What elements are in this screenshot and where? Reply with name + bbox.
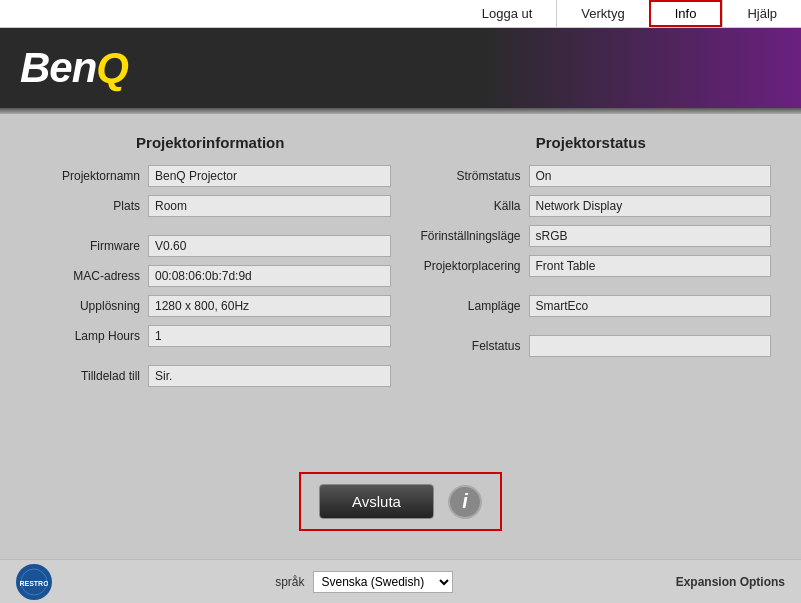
- value-mac: 00:08:06:0b:7d:9d: [148, 265, 391, 287]
- label-tilldelad: Tilldelad till: [30, 369, 140, 383]
- footer-center: språk Svenska (Swedish) English: [52, 571, 676, 593]
- label-lamplage: Lampläge: [411, 299, 521, 313]
- field-tilldelad: Tilldelad till Sir.: [30, 365, 391, 387]
- label-mac: MAC-adress: [30, 269, 140, 283]
- label-plats: Plats: [30, 199, 140, 213]
- info-icon-button[interactable]: i: [448, 485, 482, 519]
- avsluta-button[interactable]: Avsluta: [319, 484, 434, 519]
- field-mac: MAC-adress 00:08:06:0b:7d:9d: [30, 265, 391, 287]
- value-lamplage: SmartEco: [529, 295, 772, 317]
- label-lamp-hours: Lamp Hours: [30, 329, 140, 343]
- field-lamplage: Lampläge SmartEco: [411, 295, 772, 317]
- logo-ben: Ben: [20, 44, 96, 91]
- label-upplösning: Upplösning: [30, 299, 140, 313]
- button-wrapper: Avsluta i: [299, 472, 502, 531]
- field-lamp-hours: Lamp Hours 1: [30, 325, 391, 347]
- field-plats: Plats Room: [30, 195, 391, 217]
- label-forinst: Förinställningsläge: [411, 229, 521, 243]
- nav-verktyg[interactable]: Verktyg: [556, 0, 648, 27]
- field-forinst: Förinställningsläge sRGB: [411, 225, 772, 247]
- nav-logga-ut[interactable]: Logga ut: [458, 0, 557, 27]
- lang-label: språk: [275, 575, 304, 589]
- value-kalla: Network Display: [529, 195, 772, 217]
- field-felstatus: Felstatus: [411, 335, 772, 357]
- footer: CRESTRON språk Svenska (Swedish) English…: [0, 559, 801, 603]
- expansion-options: Expansion Options: [676, 575, 785, 589]
- value-stromstatus: On: [529, 165, 772, 187]
- value-felstatus: [529, 335, 772, 357]
- value-placering: Front Table: [529, 255, 772, 277]
- value-forinst: sRGB: [529, 225, 772, 247]
- projector-info-title: Projektorinformation: [30, 134, 391, 151]
- logo-q: Q: [96, 44, 128, 91]
- button-area: Avsluta i: [30, 472, 771, 531]
- logo: BenQ: [20, 44, 128, 92]
- field-stromstatus: Strömstatus On: [411, 165, 772, 187]
- label-firmware: Firmware: [30, 239, 140, 253]
- label-stromstatus: Strömstatus: [411, 169, 521, 183]
- value-firmware: V0.60: [148, 235, 391, 257]
- field-placering: Projektorplacering Front Table: [411, 255, 772, 277]
- field-kalla: Källa Network Display: [411, 195, 772, 217]
- projector-status-panel: Projektorstatus Strömstatus On Källa Net…: [411, 134, 772, 456]
- value-tilldelad: Sir.: [148, 365, 391, 387]
- projector-info-panel: Projektorinformation Projektornamn BenQ …: [30, 134, 391, 456]
- main-content: Projektorinformation Projektornamn BenQ …: [0, 114, 801, 559]
- top-nav: Logga ut Verktyg Info Hjälp: [0, 0, 801, 28]
- label-kalla: Källa: [411, 199, 521, 213]
- crestron-logo: CRESTRON: [16, 564, 52, 600]
- label-felstatus: Felstatus: [411, 339, 521, 353]
- field-projektornamn: Projektornamn BenQ Projector: [30, 165, 391, 187]
- nav-info[interactable]: Info: [649, 0, 723, 27]
- field-firmware: Firmware V0.60: [30, 235, 391, 257]
- info-panels: Projektorinformation Projektornamn BenQ …: [30, 134, 771, 456]
- value-projektornamn: BenQ Projector: [148, 165, 391, 187]
- field-upplösning: Upplösning 1280 x 800, 60Hz: [30, 295, 391, 317]
- language-select[interactable]: Svenska (Swedish) English: [313, 571, 453, 593]
- header: BenQ: [0, 28, 801, 108]
- svg-text:CRESTRON: CRESTRON: [20, 580, 48, 587]
- label-projektornamn: Projektornamn: [30, 169, 140, 183]
- projector-status-title: Projektorstatus: [411, 134, 772, 151]
- crestron-circle-icon: CRESTRON: [16, 564, 52, 600]
- label-placering: Projektorplacering: [411, 259, 521, 273]
- value-plats: Room: [148, 195, 391, 217]
- value-upplösning: 1280 x 800, 60Hz: [148, 295, 391, 317]
- nav-hjalp[interactable]: Hjälp: [722, 0, 801, 27]
- value-lamp-hours: 1: [148, 325, 391, 347]
